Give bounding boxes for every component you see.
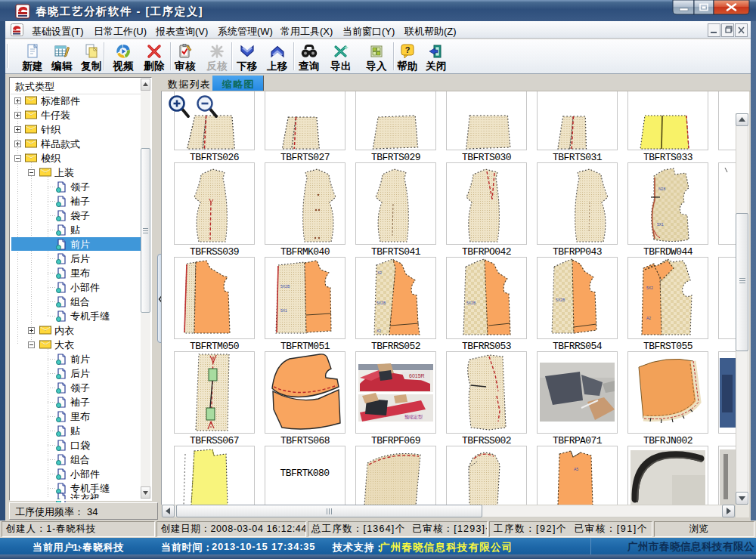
svg-text:5X2B: 5X2B [556,298,565,302]
svg-text:TBFRTK080: TBFRTK080 [280,468,330,479]
svg-text:5X2: 5X2 [646,286,653,290]
svg-text:A2: A2 [646,316,651,320]
svg-text:预缩定型: 预缩定型 [404,414,423,420]
svg-text:5X2B: 5X2B [466,301,476,305]
svg-text:5X2B: 5X2B [376,301,386,305]
svg-text:?: ? [405,45,411,54]
svg-text:A5: A5 [574,467,578,471]
svg-text:N28: N28 [658,187,665,191]
svg-text:5X2B: 5X2B [280,284,290,289]
svg-text:X2: X2 [376,329,381,333]
svg-text:5X1: 5X1 [280,308,287,313]
svg-text:5X1: 5X1 [657,222,664,227]
svg-text:X2: X2 [377,270,382,275]
svg-text:6015R: 6015R [409,373,425,378]
